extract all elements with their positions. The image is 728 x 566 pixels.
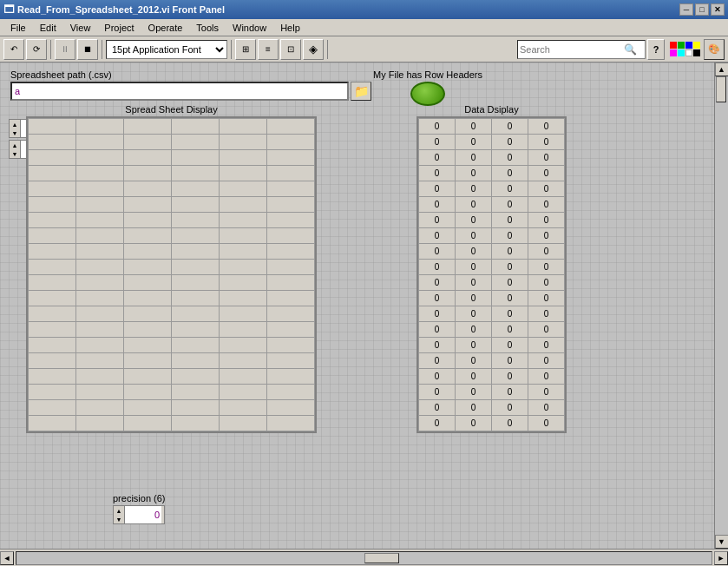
spreadsheet-cell (124, 135, 172, 150)
menu-view[interactable]: View (63, 21, 98, 35)
scroll-down-arrow[interactable]: ▼ (715, 535, 729, 549)
spreadsheet-cell (172, 197, 220, 213)
palette-black[interactable] (693, 49, 700, 56)
toolbar-sep-4 (327, 40, 328, 59)
spreadsheet-cell (172, 150, 220, 166)
data-cell: 0 (492, 244, 528, 260)
spreadsheet-cell (76, 197, 124, 213)
spreadsheet-cell (29, 416, 76, 431)
spinner-row-arrows[interactable]: ▲ ▼ (10, 120, 21, 137)
spinner-col-up[interactable]: ▲ (10, 141, 20, 149)
spreadsheet-cell (220, 166, 267, 181)
data-cell: 0 (419, 228, 456, 244)
spreadsheet-cell (124, 181, 172, 197)
spreadsheet-cell (267, 119, 315, 135)
toolbar-order-btn[interactable]: ◈ (303, 39, 324, 60)
folder-browse-button[interactable]: 📁 (351, 82, 371, 101)
spreadsheet-cell (76, 338, 124, 353)
help-button[interactable]: ? (647, 39, 665, 60)
palette-green[interactable] (678, 42, 685, 49)
csv-path-input[interactable] (10, 82, 349, 101)
palette-large-btn[interactable]: 🎨 (704, 39, 725, 60)
data-cell: 0 (419, 260, 456, 275)
spreadsheet-cell (220, 400, 267, 416)
data-cell: 0 (492, 150, 528, 166)
spinner-col-down[interactable]: ▼ (10, 149, 20, 158)
data-cell: 0 (492, 213, 528, 228)
vertical-scrollbar[interactable]: ▲ ▼ (714, 63, 728, 549)
maximize-button[interactable]: □ (695, 3, 709, 16)
spreadsheet-cell (29, 197, 76, 213)
scroll-left-arrow[interactable]: ◄ (0, 551, 14, 565)
menu-bar: File Edit View Project Operate Tools Win… (0, 19, 728, 36)
horizontal-scrollbar-bar: ◄ ► (0, 549, 728, 566)
minimize-button[interactable]: ─ (679, 3, 693, 16)
spreadsheet-cell (172, 260, 220, 275)
font-select[interactable]: 15pt Application Font (106, 40, 227, 59)
menu-window[interactable]: Window (226, 21, 273, 35)
spreadsheet-cell (267, 275, 315, 291)
data-cell: 0 (456, 400, 492, 416)
h-scroll-thumb[interactable] (364, 553, 399, 563)
toolbar-sep-3 (231, 40, 232, 59)
toolbar-align-btn[interactable]: ⊞ (235, 39, 256, 60)
precision-input[interactable] (125, 506, 161, 523)
close-button[interactable]: ✕ (711, 3, 725, 16)
palette-yellow[interactable] (693, 42, 700, 49)
menu-edit[interactable]: Edit (33, 21, 63, 35)
data-cell: 0 (419, 306, 456, 322)
scroll-right-arrow[interactable]: ► (714, 551, 728, 565)
spinner-row-up[interactable]: ▲ (10, 120, 20, 128)
menu-project[interactable]: Project (97, 21, 141, 35)
spreadsheet-cell (124, 197, 172, 213)
palette-white[interactable] (685, 49, 692, 56)
spreadsheet-cell (220, 322, 267, 338)
data-cell: 0 (492, 322, 528, 338)
spreadsheet-cell (29, 369, 76, 385)
palette-cyan[interactable] (678, 49, 685, 56)
menu-help[interactable]: Help (273, 21, 307, 35)
spreadsheet-cell (172, 135, 220, 150)
palette-magenta[interactable] (670, 49, 677, 56)
search-container: 🔍 (517, 40, 646, 59)
scroll-up-arrow[interactable]: ▲ (715, 63, 729, 76)
spreadsheet-cell (76, 166, 124, 181)
spreadsheet-cell (29, 119, 76, 135)
toolbar-sep-1 (50, 40, 51, 59)
spreadsheet-cell (172, 244, 220, 260)
toolbar-stop-btn[interactable]: ⟳ (26, 39, 47, 60)
spreadsheet-cell (76, 275, 124, 291)
spreadsheet-cell (172, 181, 220, 197)
spinner-col-arrows[interactable]: ▲ ▼ (10, 141, 21, 158)
spinner-row-down[interactable]: ▼ (10, 128, 20, 137)
palette-blue[interactable] (685, 42, 692, 49)
toolbar-run-btn[interactable]: ⏸ (55, 39, 75, 60)
menu-file[interactable]: File (3, 21, 33, 35)
spreadsheet-cell (76, 228, 124, 244)
data-cell: 0 (456, 275, 492, 291)
data-cell: 0 (456, 353, 492, 369)
precision-up[interactable]: ▲ (114, 506, 124, 515)
toolbar-resize-btn[interactable]: ⊡ (280, 39, 301, 60)
search-icon[interactable]: 🔍 (624, 43, 637, 56)
precision-arrows[interactable]: ▲ ▼ (114, 506, 125, 523)
toolbar-back-btn[interactable]: ↶ (3, 39, 24, 60)
palette-red[interactable] (670, 42, 677, 49)
toolbar-dist-btn[interactable]: ≡ (258, 39, 279, 60)
spreadsheet-cell (220, 135, 267, 150)
spreadsheet-cell (267, 400, 315, 416)
menu-tools[interactable]: Tools (189, 21, 226, 35)
data-cell: 0 (528, 228, 565, 244)
search-input[interactable] (520, 44, 624, 55)
toolbar-pause-btn[interactable]: ⏹ (77, 39, 98, 60)
precision-down[interactable]: ▼ (114, 515, 124, 523)
menu-operate[interactable]: Operate (141, 21, 190, 35)
row-headers-label: My File has Row Headers (373, 69, 482, 80)
run-button[interactable] (410, 82, 445, 106)
precision-section: precision (6) ▲ ▼ (113, 493, 166, 524)
spreadsheet-cell (124, 260, 172, 275)
data-cell: 0 (528, 150, 565, 166)
horizontal-scrollbar[interactable] (16, 551, 712, 565)
scroll-thumb[interactable] (716, 76, 726, 102)
spreadsheet-cell (124, 416, 172, 431)
